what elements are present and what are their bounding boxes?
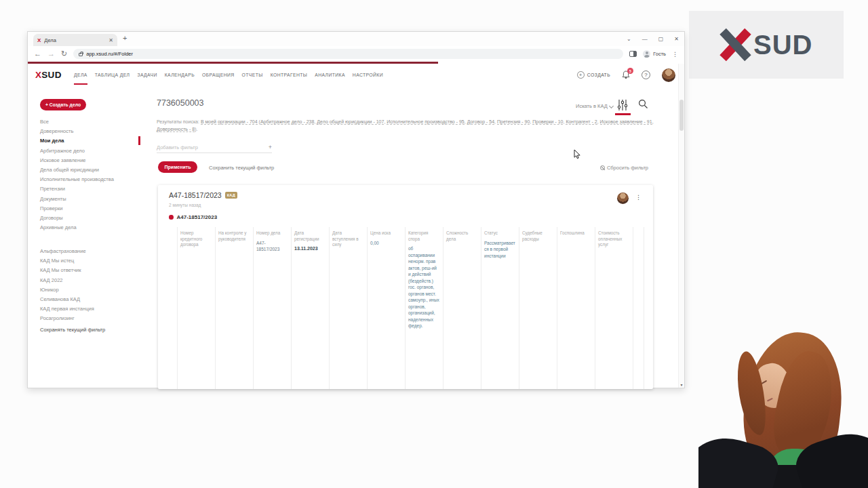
tab-obrashcheniya[interactable]: ОБРАЩЕНИЯ (202, 73, 235, 77)
user-avatar[interactable] (662, 68, 675, 82)
add-filter-plus-icon[interactable]: + (269, 144, 272, 150)
window-close-button[interactable]: ✕ (674, 36, 679, 42)
sidebar-item-kad-2022[interactable]: КАД 2022 (40, 276, 137, 285)
table-column: Категория спораоб оспаривании ненорм. пр… (405, 227, 443, 389)
sidebar-item-alfastrakhovanie[interactable]: Альфастрахование (40, 247, 137, 256)
create-button[interactable]: + СОЗДАТЬ (577, 71, 610, 79)
table-column: На контроле у руководителя (215, 227, 253, 389)
url-bar[interactable]: app.xsud.ru/#/Folder (73, 49, 623, 59)
table-column: Номер делаА47-18517/2023 (253, 227, 291, 389)
search-icon[interactable] (638, 99, 648, 112)
sidebar-save-filter-link[interactable]: Сохранять текущий фильтр (40, 327, 105, 333)
results-link[interactable]: Проверки - 10 (532, 119, 563, 125)
tab-close-icon[interactable]: ✕ (108, 37, 113, 43)
xsud-favicon-icon: X (37, 37, 41, 43)
table-column: Номер кредитного договора (177, 227, 215, 389)
xsud-app-logo[interactable]: XSUD (35, 70, 62, 80)
sidebar-item-arkhivnye[interactable]: Архивные дела (40, 223, 137, 232)
profile-button[interactable]: Гость (643, 50, 666, 58)
xsud-x-icon (720, 28, 750, 61)
forward-button[interactable]: → (47, 50, 55, 58)
apply-filter-button[interactable]: Применить (158, 161, 197, 173)
results-link[interactable]: Арбитражное дело - 238 (260, 119, 314, 125)
case-menu-icon[interactable]: ⋮ (635, 194, 642, 201)
case-title[interactable]: А47-18517/2023 (169, 191, 222, 199)
tab-otchety[interactable]: ОТЧЕТЫ (242, 73, 263, 77)
sidebar: + Создать дело Все Доверенность Мои дела… (28, 86, 140, 388)
reload-button[interactable]: ↻ (61, 50, 67, 58)
results-link[interactable]: Дело общей юрисдикции - 107 (317, 119, 384, 125)
sidebar-item-pretenzii[interactable]: Претензии (40, 184, 137, 194)
browser-menu-icon[interactable]: ⋮ (672, 51, 678, 58)
sidebar-item-dogovory[interactable]: Договоры (40, 214, 137, 223)
sidebar-item-ispolnitelnye[interactable]: Исполнительные производства (40, 175, 137, 184)
results-link[interactable]: Исковое заявление - 91 (600, 119, 652, 125)
create-label: СОЗДАТЬ (587, 73, 610, 77)
results-link[interactable]: Контрагент - 2 (566, 119, 597, 125)
create-case-button[interactable]: + Создать дело (40, 99, 86, 110)
scrollbar-thumb[interactable] (679, 100, 684, 131)
tab-kontragenty[interactable]: КОНТРАГЕНТЫ (271, 73, 308, 77)
results-link[interactable]: Договор - 54 (467, 119, 494, 125)
side-panel-icon[interactable] (629, 51, 637, 57)
profile-icon (643, 50, 650, 58)
tab-nastroyki[interactable]: НАСТРОЙКИ (353, 73, 383, 77)
case-card[interactable]: А47-18517/2023 КАД 2 минуты назад ⋮ А47-… (158, 185, 653, 389)
results-link[interactable]: В моей организации - 704 (201, 119, 258, 125)
sidebar-item-iskovoe[interactable]: Исковое заявление (40, 156, 137, 165)
url-text: app.xsud.ru/#/Folder (86, 51, 133, 57)
filter-active-underline (615, 113, 631, 115)
window-maximize-button[interactable]: ▢ (658, 36, 664, 42)
sidebar-saved-filters: Альфастрахование КАД Мы истец КАД Мы отв… (40, 247, 137, 324)
case-assignee-avatar[interactable] (617, 192, 629, 204)
window-chevron-icon[interactable]: ⌄ (627, 36, 631, 42)
results-link[interactable]: Исполнительное производство - 95 (387, 119, 464, 125)
chevron-down-icon[interactable] (609, 104, 614, 108)
sidebar-item-moi-dela[interactable]: Мои дела (40, 136, 137, 146)
reset-filter-link[interactable]: Сбросить фильтр (600, 165, 648, 171)
results-link[interactable]: Доверенность - 8 (157, 127, 195, 132)
scrollbar-down-icon[interactable]: ▾ (679, 382, 684, 387)
sidebar-item-obshchey-yurisdikcii[interactable]: Дела общей юрисдикции (40, 165, 137, 175)
help-icon[interactable]: ? (642, 70, 650, 79)
sidebar-item-kad-my-istec[interactable]: КАД Мы истец (40, 256, 137, 266)
table-filler-column (633, 227, 644, 389)
browser-window: X Дела ✕ + ⌄ — ▢ ✕ ← → ↻ app.xsud.ru/#/F… (27, 31, 685, 388)
sidebar-item-vse[interactable]: Все (40, 117, 137, 127)
notifications-bell-icon[interactable]: 5 (622, 70, 630, 79)
browser-tab[interactable]: X Дела ✕ (33, 34, 117, 46)
sidebar-item-kad-pervaya[interactable]: КАД первая инстанция (40, 304, 137, 314)
filter-sliders-icon[interactable] (617, 99, 628, 114)
case-number[interactable]: А47-18517/2023 (177, 214, 218, 220)
tab-strip: X Дела ✕ + ⌄ — ▢ ✕ (28, 32, 684, 46)
tab-tablica-del[interactable]: ТАБЛИЦА ДЕЛ (95, 73, 130, 77)
sidebar-item-proverki[interactable]: Проверки (40, 204, 137, 214)
sidebar-item-selivanova-kad[interactable]: Селиванова КАД (40, 295, 137, 304)
sidebar-item-yunikor[interactable]: Юникор (40, 285, 137, 295)
webcam-presenter-image (698, 325, 868, 488)
back-button[interactable]: ← (34, 50, 41, 58)
selected-item-indicator (138, 136, 140, 145)
new-tab-button[interactable]: + (123, 34, 127, 42)
tab-zadachi[interactable]: ЗАДАЧИ (137, 73, 157, 77)
window-minimize-button[interactable]: — (642, 36, 648, 42)
results-link[interactable]: Претензия - 90 (497, 119, 530, 125)
sidebar-item-kad-my-otvetchik[interactable]: КАД Мы ответчик (40, 266, 137, 275)
results-prefix: Результаты поиска: (157, 119, 201, 124)
save-current-filter-link[interactable]: Сохранить текущий фильтр (209, 165, 274, 171)
add-filter-input[interactable]: Добавить фильтр + (157, 144, 272, 153)
tab-dela[interactable]: ДЕЛА (74, 73, 87, 77)
loading-progress-bar (28, 62, 438, 64)
table-column: Дата регистрации13.11.2023 (291, 227, 329, 389)
sidebar-item-doverennost[interactable]: Доверенность (40, 127, 137, 136)
reset-filter-icon (600, 165, 605, 170)
tab-kalendar[interactable]: КАЛЕНДАРЬ (165, 73, 195, 77)
reset-filter-label: Сбросить фильтр (607, 165, 648, 171)
search-input[interactable]: 7736050003 (157, 98, 204, 108)
tab-analitika[interactable]: АНАЛИТИКА (315, 73, 345, 77)
page-scrollbar[interactable]: ▾ (678, 64, 684, 388)
sidebar-item-dokumenty[interactable]: Документы (40, 195, 137, 204)
sidebar-item-rosagrolizing[interactable]: Росагролизинг (40, 314, 137, 323)
search-scope-select[interactable]: Искать в КАД (576, 103, 608, 109)
sidebar-item-arbitrazhnoe[interactable]: Арбитражное дело (40, 146, 137, 156)
